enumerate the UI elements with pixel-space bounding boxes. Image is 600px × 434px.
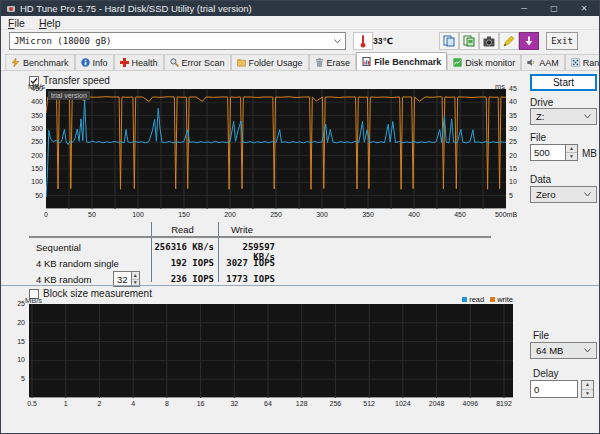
temperature-readout: 33℃ xyxy=(373,36,393,46)
4kb-single-write-value: 3027 IOPS xyxy=(219,258,275,268)
copy-image-icon xyxy=(463,35,475,47)
section-separator xyxy=(1,285,600,286)
file-chart-icon xyxy=(362,57,371,66)
tab-disk-monitor[interactable]: Disk monitor xyxy=(447,54,521,70)
legend-read: read xyxy=(462,295,484,304)
dice-icon xyxy=(571,58,580,67)
drive-dropdown[interactable]: Z: xyxy=(530,108,597,125)
chart2-left-ticks: 252015105 xyxy=(7,304,25,398)
maximize-button[interactable]: ▢ xyxy=(539,1,569,16)
file-size-label: File xyxy=(530,132,546,143)
tab-error-scan[interactable]: Error Scan xyxy=(164,54,231,70)
file-size-unit: MB xyxy=(582,148,597,159)
block-file-label: File xyxy=(533,330,549,341)
tab-random-access[interactable]: Random Access xyxy=(565,54,600,70)
magnifier-icon xyxy=(170,58,179,67)
device-combobox[interactable]: JMicron (18000 gB) xyxy=(9,32,346,50)
title-bar: HD Tune Pro 5.75 - Hard Disk/SSD Utility… xyxy=(1,1,599,16)
tab-folder-usage[interactable]: Folder Usage xyxy=(231,54,309,70)
file-size-value: 500 xyxy=(530,144,566,161)
write-column-header: Write xyxy=(231,224,253,235)
speaker-icon xyxy=(527,58,536,67)
chart1-right-ticks: 45403530252015105 xyxy=(509,89,527,209)
delay-spinner-arrows: ▲▼ xyxy=(581,380,594,398)
trial-version-watermark: trial version xyxy=(48,91,90,100)
start-button[interactable]: Start xyxy=(530,74,597,91)
app-window: HD Tune Pro 5.75 - Hard Disk/SSD Utility… xyxy=(0,0,600,434)
delay-label: Delay xyxy=(533,368,559,379)
screenshot-download-icon xyxy=(523,35,535,47)
toolbar: JMicron (18000 gB) 33℃ Exit xyxy=(1,30,599,53)
copy-text-button[interactable] xyxy=(439,32,459,50)
menu-file[interactable]: File xyxy=(1,17,32,29)
monitor-chart-icon xyxy=(453,58,462,67)
4kb-random-read-value: 236 IOPS xyxy=(151,274,214,284)
spinner-up-icon[interactable]: ▲ xyxy=(566,145,577,153)
copy-text-icon xyxy=(443,35,455,47)
pen-icon xyxy=(503,35,515,47)
block-file-dropdown[interactable]: 64 MB xyxy=(530,342,597,359)
close-button[interactable]: ✕ xyxy=(569,1,599,16)
chart1-left-ticks: 45040035030025020015010050 xyxy=(21,89,43,209)
lightning-icon xyxy=(11,58,20,67)
tab-health[interactable]: Health xyxy=(114,54,164,70)
camera-icon xyxy=(483,36,495,47)
app-icon xyxy=(7,5,15,13)
spinner-down-icon[interactable]: ▼ xyxy=(566,153,577,160)
chart1-x-ticks: 050100150200250300350400450500mB xyxy=(46,211,516,221)
exit-button[interactable]: Exit xyxy=(546,32,578,50)
transfer-speed-chart: trial version xyxy=(46,89,506,209)
spinner-down-icon[interactable]: ▼ xyxy=(582,390,593,398)
window-title: HD Tune Pro 5.75 - Hard Disk/SSD Utility… xyxy=(20,3,252,14)
drive-label: Drive xyxy=(530,97,553,108)
block-size-chart xyxy=(29,304,513,398)
pen-button[interactable] xyxy=(499,32,519,50)
row-4kb-random-label: 4 KB random xyxy=(36,274,91,285)
4kb-single-read-value: 192 IOPS xyxy=(151,258,214,268)
health-cross-icon xyxy=(120,58,129,67)
4kb-random-write-value: 1773 IOPS xyxy=(219,274,275,284)
transfer-speed-chart-canvas xyxy=(46,89,506,209)
read-column-header: Read xyxy=(151,224,214,235)
row-sequential-label: Sequential xyxy=(36,242,81,253)
menu-bar: File Help xyxy=(1,16,599,30)
thermometer-icon xyxy=(359,34,367,48)
trash-icon xyxy=(315,58,324,67)
row-4kb-single-label: 4 KB random single xyxy=(36,258,119,269)
thermometer-button[interactable] xyxy=(353,32,373,50)
table-header-rule xyxy=(29,236,491,238)
folder-icon xyxy=(237,58,246,67)
block-size-checkbox[interactable]: Block size measurement xyxy=(29,288,152,299)
info-icon xyxy=(81,58,90,67)
device-combobox-value: JMicron (18000 gB) xyxy=(14,36,112,46)
chart2-x-ticks: 0.512481632641282565121024204840968192 xyxy=(29,400,513,410)
chevron-down-icon xyxy=(334,39,341,44)
tab-file-benchmark[interactable]: File Benchmark xyxy=(356,52,447,70)
chart2-legend: read write xyxy=(431,295,513,304)
main-content: Transfer speed MB/s ms trial version 450… xyxy=(1,71,600,434)
chevron-down-icon xyxy=(584,114,591,119)
tab-benchmark[interactable]: Benchmark xyxy=(5,54,75,70)
delay-value: 0 xyxy=(530,380,578,398)
menu-help[interactable]: Help xyxy=(32,17,68,29)
screenshot-button[interactable] xyxy=(519,32,539,50)
minimize-button[interactable]: ─ xyxy=(509,1,539,16)
legend-write: write xyxy=(490,295,513,304)
tab-bar: Benchmark Info Health Error Scan Folder … xyxy=(1,53,599,71)
tab-info[interactable]: Info xyxy=(75,54,114,70)
block-size-chart-canvas xyxy=(29,304,513,398)
file-size-spinner[interactable]: 500 ▲▼ xyxy=(530,144,578,161)
tab-erase[interactable]: Erase xyxy=(309,54,357,70)
data-label: Data xyxy=(530,174,551,185)
delay-spinner[interactable]: 0 xyxy=(530,380,578,398)
spinner-up-icon[interactable]: ▲ xyxy=(582,381,593,390)
camera-button[interactable] xyxy=(479,32,499,50)
data-pattern-dropdown[interactable]: Zero xyxy=(530,186,597,203)
copy-image-button[interactable] xyxy=(459,32,479,50)
chevron-down-icon xyxy=(584,192,591,197)
sequential-read-value: 256316 KB/s xyxy=(151,242,214,252)
tab-aam[interactable]: AAM xyxy=(521,54,565,70)
chevron-down-icon xyxy=(584,348,591,353)
